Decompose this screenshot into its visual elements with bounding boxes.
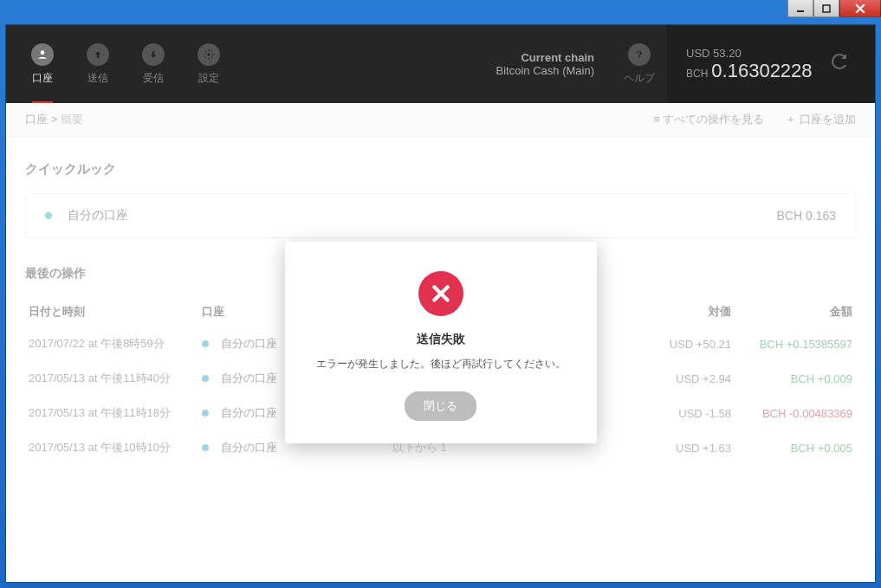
nav-label: 設定 — [198, 71, 219, 86]
svg-point-2 — [207, 53, 211, 56]
nav-label: 送信 — [87, 71, 108, 86]
nav-account[interactable]: 口座 — [15, 25, 70, 103]
error-icon — [418, 271, 463, 316]
svg-rect-0 — [823, 5, 830, 12]
nav-label: 口座 — [32, 71, 53, 86]
nav-receive[interactable]: 受信 — [126, 25, 181, 103]
gear-icon — [198, 43, 220, 66]
app-root: 口座 送信 受信 設定 — [5, 24, 876, 583]
balance-bch: BCH0.16302228 — [686, 60, 813, 82]
window-titlebar — [787, 0, 881, 19]
modal-close-button[interactable]: 閉じる — [405, 391, 476, 421]
refresh-icon[interactable] — [828, 51, 849, 77]
svg-text:?: ? — [637, 48, 642, 59]
error-modal: 送信失敗 エラーが発生しました。後ほど再試行してください。 閉じる — [285, 242, 597, 443]
arrow-up-icon — [87, 43, 109, 66]
nav-label: 受信 — [143, 71, 164, 86]
window-minimize-button[interactable] — [787, 0, 813, 17]
app-header: 口座 送信 受信 設定 — [6, 25, 875, 103]
svg-point-1 — [41, 50, 45, 55]
nav-settings[interactable]: 設定 — [181, 25, 236, 103]
balance-usd: USD 53.20 — [686, 47, 813, 60]
nav-send[interactable]: 送信 — [70, 25, 126, 103]
chain-info: Current chain Bitcoin Cash (Main) — [496, 25, 612, 103]
nav-label: ヘルプ — [624, 71, 655, 86]
main-nav: 口座 送信 受信 設定 — [6, 25, 236, 103]
balance-panel: USD 53.20 BCH0.16302228 — [667, 25, 875, 103]
chain-name: Bitcoin Cash (Main) — [496, 64, 594, 77]
window-maximize-button[interactable] — [813, 0, 839, 17]
modal-message: エラーが発生しました。後ほど再試行してください。 — [311, 356, 571, 372]
question-icon: ? — [628, 43, 651, 66]
nav-help[interactable]: ? ヘルプ — [612, 25, 667, 103]
window-frame: 口座 送信 受信 設定 — [0, 0, 881, 588]
chain-label: Current chain — [521, 51, 594, 64]
window-close-button[interactable] — [839, 0, 881, 17]
modal-overlay: 送信失敗 エラーが発生しました。後ほど再試行してください。 閉じる — [6, 103, 875, 582]
users-icon — [31, 43, 54, 66]
arrow-down-icon — [142, 43, 165, 66]
modal-title: 送信失敗 — [311, 332, 571, 347]
